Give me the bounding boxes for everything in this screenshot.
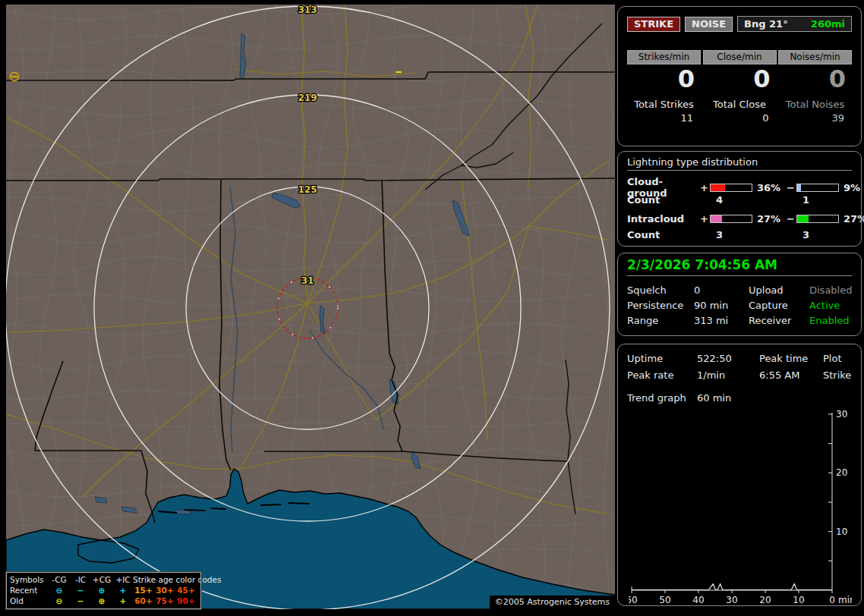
total-strikes-value: 11 — [627, 112, 701, 124]
cg-positive-pct: 36% — [753, 182, 787, 193]
squelch-value: 0 — [694, 283, 749, 298]
strike-rate-series — [632, 584, 832, 590]
legend-symbols-header: Symbols — [10, 574, 48, 585]
nexstorm-window: 313 219 125 31 Symbols -CG -IC +CG +IC S… — [0, 0, 864, 616]
ic-positive-bar — [710, 215, 752, 223]
strike-toggle-button[interactable]: STRIKE — [627, 17, 680, 32]
svg-text:10: 10 — [793, 595, 804, 605]
ring-label-125: 125 — [298, 184, 317, 195]
strikes-per-min-value: 0 — [627, 66, 701, 93]
range-label: Range — [627, 313, 694, 328]
plus-sign: + — [700, 182, 710, 193]
ring-label-219: 219 — [298, 93, 317, 103]
bearing-value: Bng 21° — [744, 18, 788, 30]
recent-pos-ic-icon: + — [113, 585, 133, 596]
age-90: 90+ — [175, 596, 197, 606]
legend-pos-ic-header: +IC — [113, 574, 133, 585]
sidebar: STRIKE NOISE Bng 21° 260mi Strikes/min 0… — [617, 5, 862, 609]
datetime-display: 2/3/2026 7:04:56 AM — [627, 257, 852, 276]
map-canvas[interactable]: 313 219 125 31 — [6, 5, 615, 609]
bearing-range-indicator: Bng 21° 260mi — [737, 16, 852, 32]
copyright-notice: ©2005 Astrogenic Systems — [490, 596, 615, 609]
ic-negative-fill — [797, 215, 809, 222]
legend-old-label: Old — [10, 596, 48, 606]
minus-sign: − — [787, 213, 796, 225]
legend-neg-cg-header: -CG — [48, 574, 71, 585]
strikes-per-min-column: Strikes/min 0 Total Strikes 11 — [627, 50, 701, 124]
uptime-value: 522:50 — [697, 350, 759, 367]
old-neg-cg-icon: ⊖ — [48, 596, 71, 606]
plot-label: Plot — [823, 350, 852, 367]
svg-text:20: 20 — [759, 595, 771, 605]
svg-text:min: min — [838, 595, 852, 605]
cg-negative-fill — [797, 184, 801, 191]
count-label: Count — [627, 229, 700, 240]
cg-negative-count: 1 — [796, 194, 840, 206]
age-45: 45+ — [175, 585, 197, 596]
svg-text:50: 50 — [659, 595, 670, 605]
age-60: 60+ — [133, 596, 154, 606]
persistence-value: 90 min — [694, 298, 749, 313]
svg-text:0: 0 — [829, 595, 835, 605]
cursor-range-value: 260mi — [811, 18, 845, 30]
ic-negative-count: 3 — [796, 229, 840, 240]
squelch-label: Squelch — [627, 283, 694, 298]
distribution-title: Lightning type distribution — [627, 156, 852, 171]
cg-negative-bar — [796, 184, 839, 192]
close-per-min-chip: Close/min — [703, 50, 777, 64]
receiver-status: Enabled — [809, 313, 852, 328]
svg-text:60: 60 — [629, 595, 638, 605]
cg-positive-fill — [711, 184, 725, 191]
old-pos-ic-icon: + — [113, 596, 133, 606]
ic-positive-pct: 27% — [753, 213, 787, 225]
noise-toggle-button[interactable]: NOISE — [685, 17, 733, 32]
svg-text:30: 30 — [836, 409, 847, 420]
cloud-ground-row: Cloud-ground + 36% − 9% — [627, 176, 852, 192]
intracloud-row: Intracloud + 27% − 27% — [627, 211, 852, 227]
peak-rate-value: 1/min — [697, 367, 759, 384]
receiver-label: Receiver — [749, 313, 809, 328]
plot-mode-value: Strike — [823, 367, 852, 384]
recent-pos-cg-icon: ⊕ — [90, 585, 113, 596]
age-75: 75+ — [154, 596, 175, 606]
noises-per-min-value: 0 — [778, 66, 852, 93]
capture-status: Active — [809, 298, 852, 313]
age-15: 15+ — [133, 585, 154, 596]
uptime-label: Uptime — [627, 350, 697, 367]
ic-negative-bar — [796, 215, 839, 223]
ring-label-313: 313 — [298, 5, 317, 15]
age-30: 30+ — [154, 585, 175, 596]
peak-rate-label: Peak rate — [627, 367, 697, 384]
total-noises-label: Total Noises — [778, 99, 852, 110]
old-pos-cg-icon: ⊕ — [90, 596, 113, 606]
upload-status: Disabled — [809, 283, 852, 298]
total-noises-value: 39 — [778, 112, 852, 124]
recent-neg-cg-icon: ⊖ — [48, 585, 71, 596]
close-per-min-value: 0 — [703, 66, 777, 93]
persistence-label: Persistence — [627, 298, 694, 313]
svg-text:40: 40 — [692, 595, 704, 605]
cg-negative-pct: 9% — [840, 182, 860, 193]
strikes-per-min-chip: Strikes/min — [627, 50, 701, 64]
uptime-trend-panel: Uptime 522:50 Peak time Plot Peak rate 1… — [617, 344, 862, 606]
close-per-min-column: Close/min 0 Total Close 0 — [703, 50, 777, 124]
upload-label: Upload — [749, 283, 809, 298]
status-panel: 2/3/2026 7:04:56 AM Squelch 0 Upload Dis… — [617, 253, 862, 336]
counters-panel: STRIKE NOISE Bng 21° 260mi Strikes/min 0… — [617, 6, 862, 146]
lightning-map[interactable]: 313 219 125 31 Symbols -CG -IC +CG +IC S… — [6, 5, 615, 609]
cloud-ground-count-row: Count 4 1 — [627, 192, 852, 208]
trend-graph-label: Trend graph — [627, 390, 697, 407]
peak-time-value: 6:55 AM — [759, 367, 823, 384]
noises-per-min-chip: Noises/min — [778, 50, 852, 64]
legend-recent-label: Recent — [10, 585, 48, 596]
legend-age-title: Strike age color codes — [133, 574, 197, 585]
trend-graph: 1020306050403020100min — [629, 408, 852, 607]
peak-time-label: Peak time — [759, 350, 823, 367]
legend-neg-ic-header: -IC — [71, 574, 90, 585]
cg-positive-count: 4 — [710, 194, 753, 206]
svg-text:20: 20 — [836, 467, 847, 478]
capture-label: Capture — [749, 298, 809, 313]
count-label: Count — [627, 194, 700, 206]
cg-positive-bar — [710, 184, 752, 192]
intracloud-count-row: Count 3 3 — [627, 227, 852, 243]
